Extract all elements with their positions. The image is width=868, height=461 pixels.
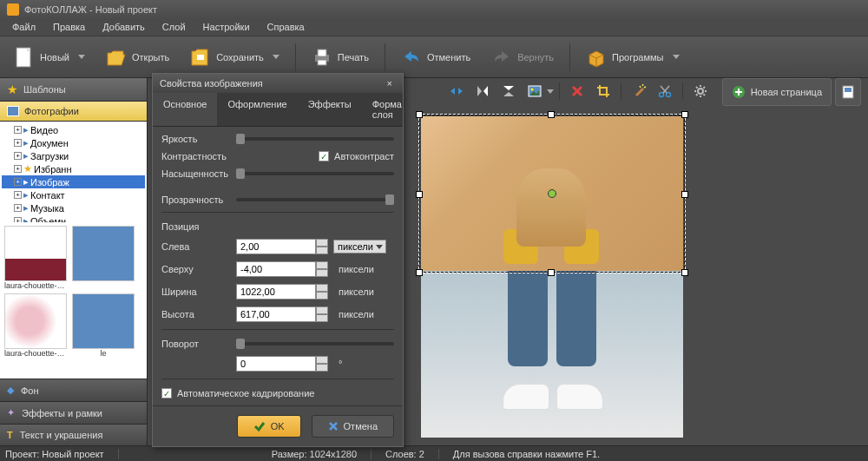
- svg-point-6: [531, 89, 534, 91]
- spin-up[interactable]: ▲: [316, 356, 328, 364]
- tab-bg[interactable]: ◆Фон: [0, 379, 147, 401]
- dialog-tabs: Основное Оформление Эффекты Форма слоя: [153, 93, 403, 127]
- ok-button[interactable]: OK: [237, 415, 301, 438]
- dropdown-icon[interactable]: [547, 89, 554, 94]
- dropdown-icon: [673, 55, 680, 59]
- thumb-item[interactable]: le: [71, 293, 135, 358]
- delete-button[interactable]: [565, 80, 589, 102]
- status-bar: Проект: Новый проект Размер: 1024x1280 С…: [0, 445, 868, 461]
- page-toolbar: Новая страница: [722, 78, 861, 106]
- top-input[interactable]: [236, 261, 316, 277]
- spin-up[interactable]: ▲: [316, 306, 328, 314]
- undo-button[interactable]: Отменить: [392, 41, 479, 74]
- new-button[interactable]: Новый: [5, 41, 94, 74]
- rotate-handle[interactable]: [548, 189, 556, 198]
- check-icon: [253, 420, 266, 432]
- menu-settings[interactable]: Настройки: [194, 19, 259, 36]
- redo-button[interactable]: Вернуть: [483, 41, 562, 74]
- page-icon-button[interactable]: [835, 78, 861, 106]
- width-input[interactable]: [236, 284, 316, 300]
- scissors-icon: [657, 83, 673, 99]
- menu-help[interactable]: Справка: [259, 19, 313, 36]
- folder-tree[interactable]: +▸Видео +▸Докумен +▸Загрузки +★Избранн +…: [0, 122, 147, 222]
- print-button[interactable]: Печать: [303, 41, 378, 74]
- resize-handle[interactable]: [416, 269, 423, 276]
- tree-item: +★Избранн: [2, 162, 145, 175]
- save-button[interactable]: Сохранить: [181, 41, 288, 74]
- menu-bar: Файл Правка Добавить Слой Настройки Спра…: [0, 19, 868, 36]
- flip-v-button[interactable]: [496, 80, 521, 102]
- resize-handle[interactable]: [416, 191, 423, 198]
- saturation-label: Насыщенность: [161, 168, 231, 179]
- box-icon: [586, 46, 607, 69]
- unit-select[interactable]: пиксели: [333, 240, 386, 254]
- status-layers: Слоев: 2: [385, 449, 439, 459]
- thumb-item[interactable]: laura-chouette-... K...: [3, 293, 68, 358]
- programs-button[interactable]: Программы: [577, 41, 687, 74]
- bottom-tabs: ◆Фон ✦Эффекты и рамки TТекст и украшения: [0, 379, 147, 445]
- opacity-label: Прозрачность: [161, 194, 231, 205]
- picture-icon: [527, 83, 542, 99]
- templates-header[interactable]: Шаблоны: [0, 78, 147, 102]
- tab-effects[interactable]: Эффекты: [298, 93, 362, 126]
- resize-handle[interactable]: [681, 191, 688, 198]
- dialog-titlebar[interactable]: Свойства изображения ×: [153, 74, 403, 93]
- tree-item: +▸Объемн: [2, 214, 145, 222]
- left-input[interactable]: [236, 239, 316, 254]
- saturation-slider[interactable]: [236, 172, 394, 175]
- close-icon[interactable]: ×: [384, 78, 396, 89]
- spin-down[interactable]: ▼: [316, 247, 328, 254]
- tree-item: +▸Загрузки: [2, 149, 145, 162]
- menu-file[interactable]: Файл: [3, 19, 44, 36]
- app-icon: [7, 3, 19, 16]
- wand-button[interactable]: [627, 80, 651, 102]
- tab-shape[interactable]: Форма слоя: [362, 93, 412, 126]
- zoom-fit-button[interactable]: [444, 80, 469, 102]
- picture-button[interactable]: [523, 80, 547, 102]
- spin-down[interactable]: ▼: [316, 314, 328, 322]
- rotation-input[interactable]: [236, 356, 316, 372]
- resize-handle[interactable]: [681, 111, 688, 118]
- spin-down[interactable]: ▼: [316, 292, 328, 300]
- status-size: Размер: 1024x1280: [272, 449, 372, 459]
- menu-add[interactable]: Добавить: [94, 19, 154, 36]
- cut-button[interactable]: [653, 80, 677, 102]
- tab-fx[interactable]: ✦Эффекты и рамки: [0, 401, 147, 424]
- thumb-item[interactable]: laura-chouette-KA...: [3, 226, 68, 290]
- resize-handle[interactable]: [681, 269, 688, 276]
- settings-button[interactable]: [688, 80, 713, 102]
- spin-up[interactable]: ▲: [316, 261, 328, 269]
- spin-down[interactable]: ▼: [316, 269, 328, 277]
- cancel-button[interactable]: Отмена: [312, 415, 394, 438]
- autocontrast-checkbox[interactable]: ✓Автоконтраст: [319, 151, 394, 161]
- svg-rect-13: [845, 88, 852, 92]
- new-page-button[interactable]: Новая страница: [722, 78, 832, 106]
- height-input[interactable]: [236, 306, 316, 322]
- spin-up[interactable]: ▲: [316, 239, 328, 247]
- plus-icon: [732, 85, 746, 99]
- open-button[interactable]: Открыть: [97, 41, 178, 74]
- status-help: Для вызова справки нажмите F1.: [453, 449, 600, 459]
- tab-main[interactable]: Основное: [153, 93, 217, 126]
- resize-handle[interactable]: [416, 111, 423, 118]
- flip-h-button[interactable]: [470, 80, 495, 102]
- opacity-slider[interactable]: [236, 198, 394, 201]
- position-section-label: Позиция: [161, 221, 394, 232]
- tree-item: +▸Музыка: [2, 201, 145, 214]
- canvas[interactable]: [404, 106, 863, 444]
- tab-text[interactable]: TТекст и украшения: [0, 424, 147, 445]
- crop-button[interactable]: [591, 80, 615, 102]
- tab-design[interactable]: Оформление: [217, 93, 297, 126]
- rotation-slider[interactable]: [236, 342, 394, 346]
- menu-layer[interactable]: Слой: [154, 19, 194, 36]
- menu-edit[interactable]: Правка: [44, 19, 94, 36]
- resize-handle[interactable]: [548, 269, 555, 276]
- resize-handle[interactable]: [548, 111, 555, 118]
- brightness-label: Яркость: [161, 134, 231, 144]
- spin-up[interactable]: ▲: [316, 284, 328, 292]
- brightness-slider[interactable]: [236, 137, 394, 141]
- spin-down[interactable]: ▼: [316, 364, 328, 372]
- photos-tab[interactable]: Фотографии: [0, 102, 147, 122]
- thumb-item[interactable]: [71, 226, 135, 290]
- autocrop-checkbox[interactable]: ✓Автоматическое кадрирование: [161, 388, 394, 398]
